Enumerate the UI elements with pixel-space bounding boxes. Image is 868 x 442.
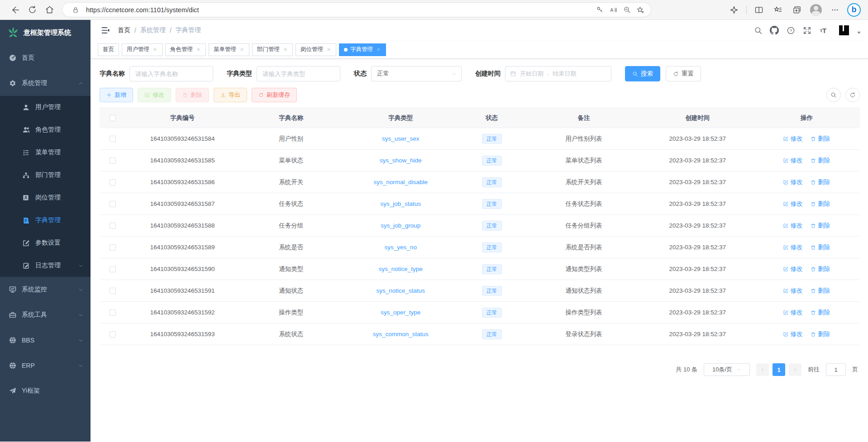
address-bar[interactable]: https://ccnetcore.com:1101/system/dict A [62, 3, 651, 17]
app-logo[interactable]: 意框架管理系统 [0, 20, 91, 45]
row-edit-button[interactable]: 修改 [783, 222, 802, 230]
close-icon[interactable] [326, 47, 331, 52]
sidebar-item-system-mgmt[interactable]: 系统管理 [0, 71, 91, 96]
add-favorite-icon[interactable] [634, 4, 647, 16]
dict-type-link[interactable]: sys_user_sex [382, 135, 420, 142]
tab-home[interactable]: 首页 [98, 43, 119, 56]
row-checkbox[interactable] [110, 331, 116, 337]
export-button[interactable]: 导出 [214, 88, 247, 102]
search-button[interactable]: 搜索 [625, 66, 660, 81]
sidebar-fold-icon[interactable] [98, 23, 113, 38]
dict-type-link[interactable]: sys_notice_type [379, 266, 423, 272]
tab-role-mgmt[interactable]: 角色管理 [165, 43, 206, 56]
caret-down-icon[interactable] [857, 32, 861, 34]
row-delete-button[interactable]: 删除 [811, 135, 830, 143]
sidebar-item-system-monitor[interactable]: 系统监控 [0, 277, 91, 302]
select-all-checkbox[interactable] [110, 115, 116, 121]
sidebar-item-bbs[interactable]: BBS [0, 328, 91, 353]
row-edit-button[interactable]: 修改 [783, 243, 802, 252]
row-delete-button[interactable]: 删除 [811, 265, 830, 273]
row-checkbox[interactable] [110, 244, 116, 251]
collections-icon[interactable] [790, 3, 804, 17]
tab-user-mgmt[interactable]: 用户管理 [122, 43, 162, 56]
browser-back-button[interactable] [6, 3, 24, 17]
sidebar-item-system-tools[interactable]: 系统工具 [0, 302, 91, 328]
bing-copilot-icon[interactable]: b [847, 3, 861, 17]
dict-type-link[interactable]: sys_job_group [381, 222, 420, 229]
page-number-1[interactable]: 1 [773, 363, 785, 376]
close-icon[interactable] [376, 47, 381, 52]
row-checkbox[interactable] [110, 201, 116, 207]
dict-type-link[interactable]: sys_show_hide [380, 157, 421, 164]
row-delete-button[interactable]: 删除 [811, 243, 830, 252]
row-checkbox[interactable] [110, 309, 116, 316]
row-edit-button[interactable]: 修改 [783, 287, 802, 295]
row-checkbox[interactable] [110, 136, 116, 142]
github-icon[interactable] [769, 25, 779, 35]
close-icon[interactable] [196, 47, 201, 52]
row-delete-button[interactable]: 删除 [811, 178, 830, 186]
reset-button[interactable]: 重置 [666, 66, 701, 81]
row-checkbox[interactable] [110, 266, 116, 272]
breadcrumb-home[interactable]: 首页 [118, 26, 130, 34]
sidebar-item-post-mgmt[interactable]: 岗位管理 [0, 186, 91, 209]
help-icon[interactable]: ? [786, 25, 796, 35]
dict-type-input[interactable] [257, 66, 340, 81]
row-delete-button[interactable]: 删除 [811, 157, 830, 165]
row-edit-button[interactable]: 修改 [783, 309, 802, 317]
password-key-icon[interactable] [593, 4, 606, 16]
browser-home-button[interactable] [41, 3, 58, 17]
row-edit-button[interactable]: 修改 [783, 265, 802, 273]
row-checkbox[interactable] [110, 288, 116, 294]
sidebar-item-home[interactable]: 首页 [0, 45, 91, 71]
row-edit-button[interactable]: 修改 [783, 330, 802, 338]
add-button[interactable]: 新增 [100, 88, 133, 102]
row-edit-button[interactable]: 修改 [783, 200, 802, 208]
fullscreen-icon[interactable] [802, 25, 812, 35]
next-page-button[interactable] [789, 363, 801, 376]
row-checkbox[interactable] [110, 223, 116, 229]
dict-type-link[interactable]: sys_normal_disable [374, 179, 428, 185]
dict-type-link[interactable]: sys_yes_no [385, 244, 417, 251]
row-delete-button[interactable]: 删除 [811, 287, 830, 295]
row-edit-button[interactable]: 修改 [783, 157, 802, 165]
profile-avatar[interactable] [809, 3, 823, 17]
lock-icon[interactable] [69, 4, 82, 16]
refresh-cache-button[interactable]: 刷新缓存 [252, 88, 297, 102]
dict-type-link[interactable]: sys_job_status [381, 200, 421, 207]
close-icon[interactable] [282, 47, 288, 52]
goto-page-input[interactable] [826, 363, 846, 376]
sidebar-item-user-mgmt[interactable]: 用户管理 [0, 96, 91, 119]
row-delete-button[interactable]: 删除 [811, 330, 830, 338]
tab-dict-mgmt[interactable]: 字典管理 [339, 43, 386, 56]
dict-type-link[interactable]: sys_notice_status [377, 287, 425, 294]
user-logo-avatar[interactable] [837, 24, 851, 37]
sidebar-item-dept-mgmt[interactable]: 部门管理 [0, 164, 91, 186]
browser-refresh-button[interactable] [24, 3, 41, 17]
search-icon[interactable] [753, 25, 763, 35]
read-aloud-icon[interactable]: A [606, 4, 620, 16]
tab-menu-mgmt[interactable]: 菜单管理 [209, 43, 249, 56]
page-size-select[interactable]: 10条/页 [704, 363, 750, 376]
favorites-icon[interactable] [771, 3, 785, 17]
sidebar-item-log-mgmt[interactable]: 日志管理 [0, 254, 91, 277]
tab-dept-mgmt[interactable]: 部门管理 [252, 43, 293, 56]
refresh-table-icon[interactable] [845, 88, 860, 102]
dict-name-input[interactable] [129, 66, 213, 81]
row-delete-button[interactable]: 删除 [811, 309, 830, 317]
sidebar-item-role-mgmt[interactable]: 角色管理 [0, 119, 91, 141]
sidebar-item-erp[interactable]: ERP [0, 353, 91, 378]
row-delete-button[interactable]: 删除 [811, 222, 830, 230]
row-edit-button[interactable]: 修改 [783, 135, 802, 143]
browser-essentials-icon[interactable] [727, 3, 741, 17]
edit-button[interactable]: 修改 [138, 88, 171, 102]
row-checkbox[interactable] [110, 179, 116, 185]
url-text[interactable]: https://ccnetcore.com:1101/system/dict [82, 6, 593, 14]
zoom-out-icon[interactable] [620, 4, 634, 16]
sidebar-item-yi-framework[interactable]: Yi框架 [0, 378, 91, 404]
row-edit-button[interactable]: 修改 [783, 178, 802, 186]
sidebar-item-param-settings[interactable]: 参数设置 [0, 232, 91, 254]
tab-post-mgmt[interactable]: 岗位管理 [296, 43, 336, 56]
dict-type-link[interactable]: sys_oper_type [381, 309, 420, 316]
sidebar-item-dict-mgmt[interactable]: 字典管理 [0, 209, 91, 232]
